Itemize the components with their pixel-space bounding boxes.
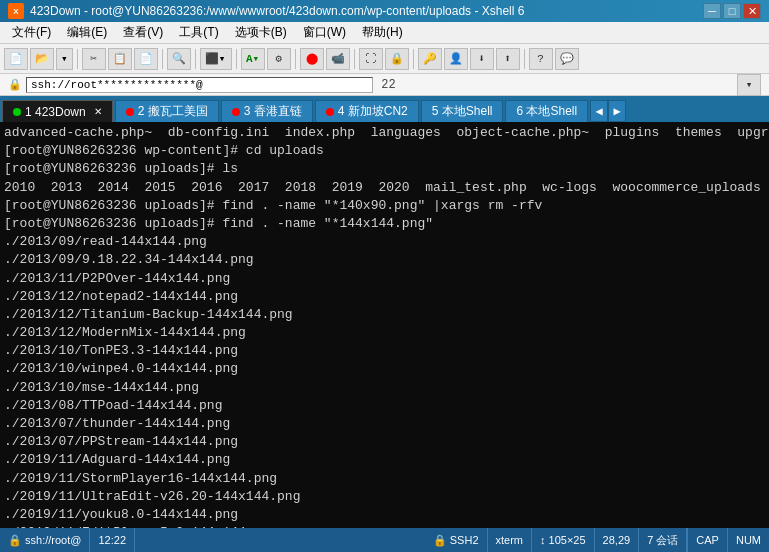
toolbar-lock-btn[interactable]: 🔒	[385, 48, 409, 70]
tab-next-button[interactable]: ▶	[608, 100, 626, 122]
status-bar: 🔒 ssh://root@ 12:22🔒 SSH2xterm↕ 105×2528…	[0, 528, 769, 552]
tab-tab4[interactable]: 4 新加坡CN2	[315, 100, 419, 122]
terminal-line: 2010 2013 2014 2015 2016 2017 2018 2019 …	[4, 179, 765, 197]
address-nav-btn[interactable]: ▾	[737, 74, 761, 96]
tab-prev-button[interactable]: ◀	[590, 100, 608, 122]
status-terminal-type: xterm	[488, 528, 533, 552]
toolbar-ul-btn[interactable]: ⬆	[496, 48, 520, 70]
toolbar-sep-2	[162, 49, 163, 69]
tab-status-dot	[126, 108, 134, 116]
status-protocol: 🔒 SSH2	[425, 528, 488, 552]
tab-close-icon[interactable]: ✕	[94, 106, 102, 117]
toolbar-sep-7	[413, 49, 414, 69]
menu-bar: 文件(F)编辑(E)查看(V)工具(T)选项卡(B)窗口(W)帮助(H)	[0, 22, 769, 44]
terminal-line: advanced-cache.php~ db-config.ini index.…	[4, 124, 765, 142]
close-button[interactable]: ✕	[743, 3, 761, 19]
toolbar-rec-btn[interactable]: 📹	[326, 48, 350, 70]
menu-item-f[interactable]: 文件(F)	[4, 22, 59, 43]
toolbar-key-btn[interactable]: 🔑	[418, 48, 442, 70]
terminal-line: ./2013/09/read-144x144.png	[4, 233, 765, 251]
toolbar-expand-btn[interactable]: ⛶	[359, 48, 383, 70]
port-number: 22	[381, 78, 395, 92]
terminal-line: ./2019/11/UltraEdit-v26.20-144x144.png	[4, 488, 765, 506]
tab-status-dot	[13, 108, 21, 116]
title-bar: X 423Down - root@YUN86263236:/www/wwwroo…	[0, 0, 769, 22]
tab-label: 3 香港直链	[244, 103, 302, 120]
terminal-line: ./2019/11/Adguard-144x144.png	[4, 451, 765, 469]
status-connection: 🔒 ssh://root@	[0, 528, 90, 552]
terminal-line: ./2019/11/StormPlayer16-144x144.png	[4, 470, 765, 488]
toolbar: 📄 📂 ▾ ✂ 📋 📄 🔍 ⬛▾ A▾ ⚙ ⬤ 📹 ⛶ 🔒 🔑 👤 ⬇ ⬆ ? …	[0, 44, 769, 74]
tab-status-dot	[232, 108, 240, 116]
toolbar-open-btn[interactable]: 📂	[30, 48, 54, 70]
address-input[interactable]	[26, 77, 373, 93]
menu-item-b[interactable]: 选项卡(B)	[227, 22, 295, 43]
tab-status-dot	[326, 108, 334, 116]
terminal-line: ./2013/11/P2POver-144x144.png	[4, 270, 765, 288]
toolbar-user-btn[interactable]: 👤	[444, 48, 468, 70]
toolbar-dropdown-1[interactable]: ▾	[56, 48, 73, 70]
window-title: 423Down - root@YUN86263236:/www/wwwroot/…	[30, 4, 703, 18]
terminal-line: [root@YUN86263236 uploads]# find . -name…	[4, 215, 765, 233]
terminal-area[interactable]: advanced-cache.php~ db-config.ini index.…	[0, 122, 769, 528]
maximize-button[interactable]: □	[723, 3, 741, 19]
terminal-line: ./2013/08/TTPoad-144x144.png	[4, 397, 765, 415]
toolbar-sep-8	[524, 49, 525, 69]
menu-item-h[interactable]: 帮助(H)	[354, 22, 411, 43]
toolbar-dropdown-2[interactable]: ⬛▾	[200, 48, 232, 70]
terminal-line: [root@YUN86263236 uploads]# find . -name…	[4, 197, 765, 215]
terminal-line: ./2013/10/mse-144x144.png	[4, 379, 765, 397]
toolbar-paste-btn[interactable]: 📄	[134, 48, 158, 70]
status-num: NUM	[727, 528, 769, 552]
toolbar-new-btn[interactable]: 📄	[4, 48, 28, 70]
toolbar-help-btn[interactable]: ?	[529, 48, 553, 70]
tab-tab5[interactable]: 5 本地Shell	[421, 100, 504, 122]
toolbar-info-btn[interactable]: 💬	[555, 48, 579, 70]
terminal-line: ./2019/11/youku8.0-144x144.png	[4, 506, 765, 524]
tab-label: 1 423Down	[25, 105, 86, 119]
tab-tab2[interactable]: 2 搬瓦工美国	[115, 100, 219, 122]
tab-label: 6 本地Shell	[516, 103, 577, 120]
terminal-line: ./2013/12/Titanium-Backup-144x144.png	[4, 306, 765, 324]
toolbar-sep-4	[236, 49, 237, 69]
tab-tab3[interactable]: 3 香港直链	[221, 100, 313, 122]
terminal-line: ./2013/10/TonPE3.3-144x144.png	[4, 342, 765, 360]
toolbar-cut-btn[interactable]: ✂	[82, 48, 106, 70]
ssh-icon: 🔒	[8, 78, 22, 91]
tab-label: 2 搬瓦工美国	[138, 103, 208, 120]
terminal-line: ./2013/09/9.18.22.34-144x144.png	[4, 251, 765, 269]
status-position: 28,29	[595, 528, 640, 552]
toolbar-find-btn[interactable]: 🔍	[167, 48, 191, 70]
toolbar-copy-btn[interactable]: 📋	[108, 48, 132, 70]
terminal-line: ./2013/12/ModernMix-144x144.png	[4, 324, 765, 342]
menu-item-v[interactable]: 查看(V)	[115, 22, 171, 43]
terminal-line: [root@YUN86263236 uploads]# ls	[4, 160, 765, 178]
tab-tab6[interactable]: 6 本地Shell	[505, 100, 588, 122]
toolbar-dl-btn[interactable]: ⬇	[470, 48, 494, 70]
terminal-line: ./2013/12/notepad2-144x144.png	[4, 288, 765, 306]
menu-item-t[interactable]: 工具(T)	[171, 22, 226, 43]
toolbar-red-circle[interactable]: ⬤	[300, 48, 324, 70]
tab-tab1[interactable]: 1 423Down✕	[2, 100, 113, 122]
status-size: ↕ 105×25	[532, 528, 595, 552]
toolbar-btn-a[interactable]: A▾	[241, 48, 265, 70]
terminal-line: ./2013/07/thunder-144x144.png	[4, 415, 765, 433]
menu-item-w[interactable]: 窗口(W)	[295, 22, 354, 43]
terminal-line: [root@YUN86263236 wp-content]# cd upload…	[4, 142, 765, 160]
address-bar: 🔒 22 ▾	[0, 74, 769, 96]
toolbar-sep-3	[195, 49, 196, 69]
status-time: 12:22	[90, 528, 135, 552]
toolbar-btn-b[interactable]: ⚙	[267, 48, 291, 70]
status-sessions: 7 会话	[639, 528, 687, 552]
minimize-button[interactable]: ─	[703, 3, 721, 19]
tab-label: 5 本地Shell	[432, 103, 493, 120]
toolbar-sep-1	[77, 49, 78, 69]
menu-item-e[interactable]: 编辑(E)	[59, 22, 115, 43]
tabs-bar: 1 423Down✕2 搬瓦工美国3 香港直链4 新加坡CN25 本地Shell…	[0, 96, 769, 122]
app-icon: X	[8, 3, 24, 19]
toolbar-sep-5	[295, 49, 296, 69]
terminal-line: ./2013/07/PPStream-144x144.png	[4, 433, 765, 451]
status-cap: CAP	[687, 528, 727, 552]
toolbar-sep-6	[354, 49, 355, 69]
terminal-line: ./2013/10/winpe4.0-144x144.png	[4, 360, 765, 378]
